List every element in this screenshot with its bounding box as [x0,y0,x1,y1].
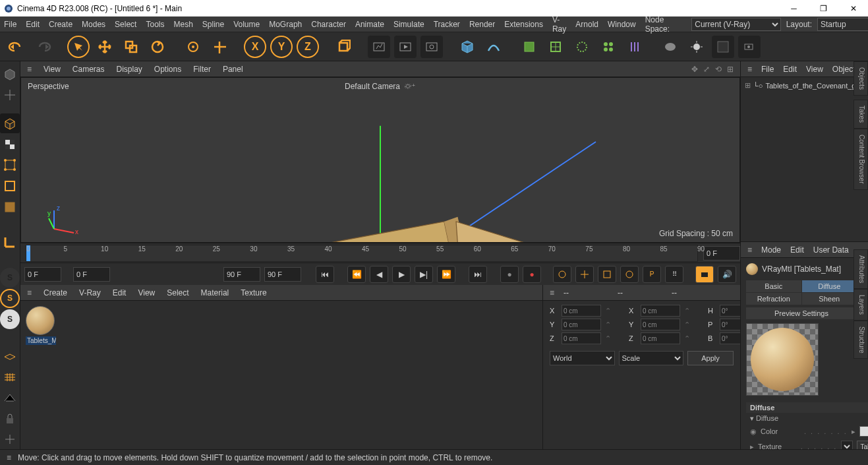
side-tab-takes[interactable]: Takes [854,100,868,129]
close-button[interactable]: ✕ [838,0,868,16]
menu-simulate[interactable]: Simulate [393,20,424,29]
mat-menu-material[interactable]: Material [201,288,229,297]
vp-menu-options[interactable]: Options [154,65,181,74]
mat-menu-edit[interactable]: Edit [113,288,127,297]
attr-menu-userdata[interactable]: User Data [813,245,849,255]
next-frame-button[interactable]: ▶| [415,266,433,283]
coord-input[interactable] [641,319,680,330]
coord-world-select[interactable]: World [550,351,615,365]
coord-apply-button[interactable]: Apply [687,351,734,365]
axis-toggle-icon[interactable] [0,429,20,449]
menu-tracker[interactable]: Tracker [434,20,460,29]
vp-menu-panel[interactable]: Panel [223,65,243,74]
model-cube-icon[interactable] [0,113,20,133]
current-frame-input[interactable] [24,267,61,282]
menu-tools[interactable]: Tools [146,20,164,29]
field-button[interactable] [623,36,646,58]
array-button[interactable] [597,36,620,58]
live-select-tool[interactable] [67,36,90,58]
menu-modes[interactable]: Modes [82,20,105,29]
play-button[interactable]: ▶ [392,266,411,283]
om-menu-file[interactable]: File [761,65,774,74]
menu-vray[interactable]: V-Ray [552,15,566,34]
menu-select[interactable]: Select [115,20,136,29]
vp-menu-filter[interactable]: Filter [193,65,211,74]
menu-animate[interactable]: Animate [355,20,384,29]
menu-arnold[interactable]: Arnold [575,20,598,29]
mat-menu-view[interactable]: View [138,288,155,297]
hamburger-icon[interactable]: ≡ [747,65,752,74]
coord-system-button[interactable] [332,36,355,58]
color-swatch[interactable] [859,426,868,437]
axis-orient-icon[interactable] [0,232,20,252]
frame-end-display[interactable] [703,246,740,261]
x-axis-toggle[interactable]: X [244,36,266,58]
vray-cam-button[interactable] [738,36,761,58]
vp-zoom-icon[interactable]: ⤢ [703,65,710,74]
subdiv-button[interactable] [544,36,567,58]
goto-end-button[interactable]: ⏭ [469,266,487,283]
deformer-button[interactable] [571,36,593,58]
light-button[interactable] [685,36,708,58]
recent-tool[interactable] [182,36,204,58]
key-pos-button[interactable] [553,266,571,283]
side-tab-structure[interactable]: Structure [854,321,868,359]
spinner-icon[interactable]: ⌃ [684,307,704,315]
render-view-button[interactable] [368,36,390,58]
menu-render[interactable]: Render [469,20,495,29]
mat-menu-vray[interactable]: V-Ray [79,288,101,297]
tab-basic[interactable]: Basic [746,280,801,292]
goto-start-button[interactable]: ⏮ [316,266,334,283]
texture-dropdown[interactable] [841,441,853,449]
key-move-button[interactable] [575,266,594,283]
diffuse-subsection-toggle[interactable]: ▾ Diffuse [746,413,868,424]
tab-diffuse[interactable]: Diffuse [802,280,857,292]
attr-menu-edit[interactable]: Edit [790,245,804,255]
side-tab-layers[interactable]: Layers [854,289,868,321]
hamburger-icon[interactable]: ≡ [27,65,32,74]
next-key-button[interactable]: ⏩ [437,266,455,283]
generator-button[interactable] [518,36,540,58]
spline-prim-button[interactable] [482,36,505,58]
hamburger-icon[interactable]: ≡ [27,288,32,297]
menu-extensions[interactable]: Extensions [504,20,543,29]
menu-character[interactable]: Character [311,20,346,29]
start-frame-input[interactable] [73,267,110,282]
material-preview[interactable] [746,323,819,396]
tab-refraction[interactable]: Refraction [746,293,801,305]
hamburger-icon[interactable]: ≡ [7,453,11,462]
spinner-icon[interactable]: ⌃ [684,334,704,343]
workplane-icon[interactable] [0,345,20,365]
maximize-button[interactable]: ❐ [809,0,838,16]
floor-grid-icon[interactable] [0,367,20,387]
key-all-button[interactable]: ⠿ [665,266,683,283]
sound-button[interactable]: 🔊 [718,266,736,283]
side-tab-objects[interactable]: Objects [854,61,868,96]
edge-mode-icon[interactable] [0,176,20,196]
vp-menu-display[interactable]: Display [117,65,142,74]
model-mode-icon[interactable] [0,64,20,84]
menu-edit[interactable]: Edit [26,20,40,29]
move-tool[interactable] [94,36,116,58]
menu-mesh[interactable]: Mesh [173,20,192,29]
coord-input[interactable] [562,319,601,330]
minimize-button[interactable]: ─ [779,0,809,16]
menu-window[interactable]: Window [608,20,636,29]
end-frame-input[interactable] [223,267,260,282]
object-manager-tree[interactable]: ⊞ └○ Tablets_of_the_Covenant_group [741,77,868,242]
vp-menu-cameras[interactable]: Cameras [72,65,105,74]
camera-settings-icon[interactable]: ⛮⁺ [404,82,416,91]
camera-button[interactable] [659,36,681,58]
om-menu-edit[interactable]: Edit [783,65,797,74]
render-pv-button[interactable] [394,36,417,58]
timeline-ruler[interactable]: 051015202530354045505560657075808590 [26,245,698,262]
coord-input[interactable] [641,305,680,317]
side-tab-content-browser[interactable]: Content Browser [854,129,868,189]
object-axis-icon[interactable] [0,85,20,105]
om-menu-view[interactable]: View [806,65,823,74]
layout-select[interactable]: Startup [817,18,868,31]
autokey-button[interactable]: ● [523,266,541,283]
spinner-icon[interactable]: ⌃ [684,321,704,329]
snap-off-icon[interactable]: S [0,268,20,288]
rotate-tool[interactable] [146,36,169,58]
